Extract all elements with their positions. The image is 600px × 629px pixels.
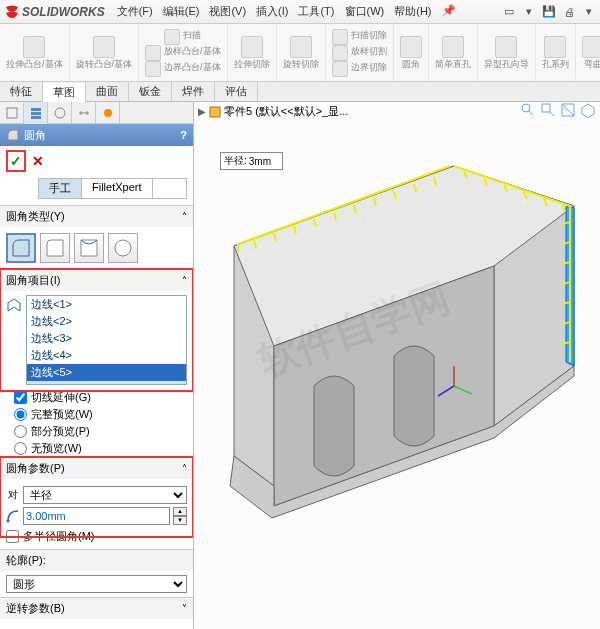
menu-insert[interactable]: 插入(I) [252, 2, 292, 21]
edge-selection-icon [6, 297, 22, 313]
revolve-cut-button[interactable] [290, 36, 312, 58]
loft-cut-button[interactable] [332, 45, 348, 61]
type-full-round[interactable] [108, 233, 138, 263]
spin-up[interactable]: ▲ [173, 507, 187, 516]
section-view-icon[interactable] [560, 102, 576, 118]
tree-icon [5, 106, 19, 120]
property-icon [29, 106, 43, 120]
tab-feature[interactable]: 特征 [0, 82, 43, 101]
sweep-button[interactable] [164, 29, 180, 45]
title-bar: SOLIDWORKS 文件(F) 编辑(E) 视图(V) 插入(I) 工具(T)… [0, 0, 600, 24]
boundary-button[interactable] [145, 61, 161, 77]
ok-button[interactable]: ✓ [10, 153, 22, 169]
radius-input[interactable] [23, 507, 170, 525]
list-item[interactable]: 边线<5> [27, 364, 186, 381]
edge-input[interactable] [27, 381, 186, 385]
mode-manual[interactable]: 手工 [39, 179, 82, 198]
dim-icon [77, 106, 91, 120]
tab-surface[interactable]: 曲面 [86, 82, 129, 101]
fm-tab-display[interactable] [96, 102, 120, 124]
chevron-down-icon: ˅ [182, 603, 187, 614]
svg-rect-1 [31, 108, 41, 111]
chevron-up-icon: ˄ [182, 463, 187, 474]
type-variable-radius[interactable] [40, 233, 70, 263]
edge-selection-list[interactable]: 边线<1> 边线<2> 边线<3> 边线<4> 边线<5> [26, 295, 187, 385]
symmetry-label: 对 [6, 488, 20, 502]
display-icon [101, 106, 115, 120]
boundary-cut-button[interactable] [332, 61, 348, 77]
help-icon[interactable]: ? [180, 129, 187, 141]
menu-edit[interactable]: 编辑(E) [159, 2, 204, 21]
svg-rect-0 [7, 108, 17, 118]
list-item[interactable]: 边线<2> [27, 313, 186, 330]
fm-tab-dim[interactable] [72, 102, 96, 124]
print-icon[interactable]: 🖨 [562, 5, 576, 19]
expand-tree-icon[interactable]: ▶ [198, 106, 206, 117]
extrude-boss-button[interactable] [23, 36, 45, 58]
full-preview-radio[interactable] [14, 408, 27, 421]
section-fillet-type[interactable]: 圆角类型(Y)˄ [0, 206, 193, 227]
pm-confirm-row: ✓ ✕ [0, 146, 193, 176]
solidworks-icon [4, 4, 20, 20]
menu-window[interactable]: 窗口(W) [341, 2, 389, 21]
app-logo: SOLIDWORKS [4, 4, 105, 20]
pm-title-text: 圆角 [24, 128, 46, 143]
menu-file[interactable]: 文件(F) [113, 2, 157, 21]
menu-help[interactable]: 帮助(H) [390, 2, 435, 21]
svg-point-9 [522, 104, 530, 112]
section-fillet-params[interactable]: 圆角参数(P)˄ [0, 458, 193, 479]
tab-sketch[interactable]: 草图 [43, 83, 86, 102]
partial-preview-radio[interactable] [14, 425, 27, 438]
tab-sheetmetal[interactable]: 钣金 [129, 82, 172, 101]
list-item[interactable]: 边线<4> [27, 347, 186, 364]
spin-down[interactable]: ▼ [173, 516, 187, 525]
extrude-cut-button[interactable] [241, 36, 263, 58]
fillet-icon [6, 128, 20, 142]
hole-series-button[interactable] [544, 36, 566, 58]
zoom-fit-icon[interactable] [520, 102, 536, 118]
open-icon[interactable]: ▾ [522, 5, 536, 19]
list-item[interactable]: 边线<3> [27, 330, 186, 347]
view-orientation-icon[interactable] [580, 102, 596, 118]
title-toolbar: ▭ ▾ 💾 🖨 ▾ [502, 5, 596, 19]
zoom-area-icon[interactable] [540, 102, 556, 118]
bend-button[interactable] [582, 36, 600, 58]
tab-weldment[interactable]: 焊件 [172, 82, 215, 101]
list-item[interactable]: 边线<1> [27, 296, 186, 313]
type-face-fillet[interactable] [74, 233, 104, 263]
graphics-viewport[interactable]: ▶ 零件5 (默认<<默认>_显... 半径: [194, 102, 600, 629]
tangent-propagation-checkbox[interactable] [14, 391, 27, 404]
menu-tools[interactable]: 工具(T) [294, 2, 338, 21]
breadcrumb: ▶ 零件5 (默认<<默认>_显... [198, 104, 348, 119]
fm-tab-config[interactable] [48, 102, 72, 124]
fm-tab-property[interactable] [24, 102, 48, 124]
breadcrumb-text[interactable]: 零件5 (默认<<默认>_显... [224, 104, 348, 119]
cancel-button[interactable]: ✕ [32, 153, 44, 169]
no-preview-radio[interactable] [14, 442, 27, 455]
multi-radius-checkbox[interactable] [6, 530, 19, 543]
save-icon[interactable]: 💾 [542, 5, 556, 19]
menu-pin[interactable]: 📌 [438, 2, 460, 21]
profile-select[interactable]: 圆形 [6, 575, 187, 593]
section-fillet-items[interactable]: 圆角项目(I)˄ [0, 270, 193, 291]
new-icon[interactable]: ▭ [502, 5, 516, 19]
revolve-boss-button[interactable] [93, 36, 115, 58]
options-icon[interactable]: ▾ [582, 5, 596, 19]
simple-hole-button[interactable] [442, 36, 464, 58]
fm-tab-tree[interactable] [0, 102, 24, 124]
section-profile[interactable]: 轮廓(P): [0, 550, 193, 571]
fillet-button[interactable] [400, 36, 422, 58]
menu-view[interactable]: 视图(V) [205, 2, 250, 21]
svg-rect-8 [210, 107, 220, 117]
loft-button[interactable] [145, 45, 161, 61]
svg-point-4 [55, 108, 65, 118]
hole-wizard-button[interactable] [495, 36, 517, 58]
tab-evaluate[interactable]: 评估 [215, 82, 258, 101]
section-reverse[interactable]: 逆转参数(B)˅ [0, 598, 193, 619]
type-constant-radius[interactable] [6, 233, 36, 263]
property-manager-panel: 圆角 ? ✓ ✕ 手工 FilletXpert 圆角类型(Y)˄ [0, 102, 194, 629]
svg-rect-3 [31, 116, 41, 119]
sweep-cut-button[interactable] [332, 29, 348, 45]
mode-filletxpert[interactable]: FilletXpert [82, 179, 153, 198]
symmetry-select[interactable]: 半径 [23, 486, 187, 504]
